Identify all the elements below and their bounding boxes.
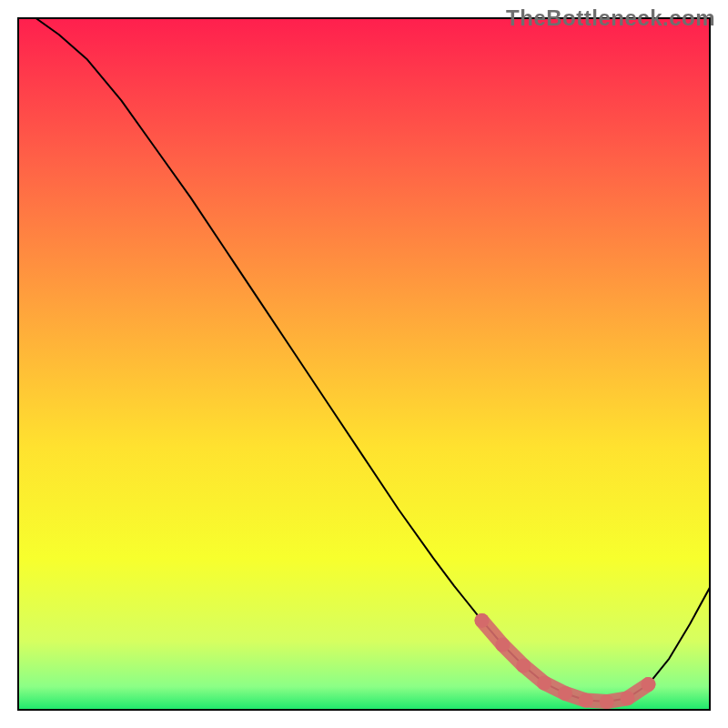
highlight-dot — [621, 691, 635, 705]
highlight-dot — [537, 676, 551, 691]
highlight-dot — [516, 658, 531, 672]
highlight-dot — [600, 694, 614, 709]
highlight-dot — [579, 693, 593, 708]
watermark-text: TheBottleneck.com — [506, 5, 715, 31]
chart-root: TheBottleneck.com — [0, 0, 728, 728]
chart-background — [17, 17, 711, 711]
highlight-dot — [475, 613, 490, 628]
chart-plot — [17, 17, 711, 711]
highlight-dot — [558, 686, 572, 701]
highlight-dot — [495, 638, 510, 652]
highlight-dot — [641, 677, 655, 692]
